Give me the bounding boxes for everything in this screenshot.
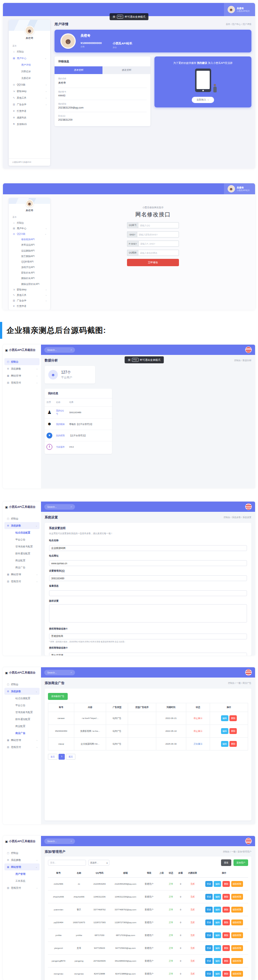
sidebar-item[interactable]: 基本	[9, 42, 50, 48]
edit-button[interactable]: 编辑	[214, 932, 221, 938]
delete-button[interactable]: 删除	[230, 728, 237, 734]
admin-menu-item[interactable]: 站点信息配置	[5, 529, 40, 536]
pager-last[interactable]: 尾页	[66, 754, 75, 760]
sidebar-item[interactable]: 消费记录	[9, 68, 50, 75]
sidebar-item[interactable]: ▥ 广告合作 ›	[9, 101, 50, 108]
sidebar-item[interactable]: ♥ 打赏作者	[9, 108, 50, 115]
login-button[interactable]: 登录	[205, 945, 213, 951]
revoke-permission-button[interactable]: 移除权限	[231, 907, 243, 913]
beian-input[interactable]	[49, 590, 247, 596]
edit-button[interactable]: 编辑	[214, 894, 221, 900]
edit-button[interactable]: 编辑	[214, 920, 221, 925]
delete-button[interactable]: 删除	[223, 971, 230, 977]
admin-logo[interactable]: ▣ 小西瓜API工具箱后台	[3, 345, 41, 356]
form-text-input[interactable]	[137, 231, 179, 237]
admin-menu-item[interactable]: 管理员账号配置	[5, 543, 40, 550]
tab-basic-info[interactable]: 基本资料	[55, 66, 103, 74]
sidebar-item[interactable]: 修改昵称API	[9, 237, 50, 242]
admin-menu-item[interactable]: ⚙ 系统参数 ⌄	[5, 688, 40, 695]
edit-button[interactable]: 编辑	[214, 945, 221, 951]
login-button[interactable]: 登录	[205, 894, 213, 900]
admin-menu-item[interactable]: ▦ 网站管理 ›	[5, 737, 40, 743]
edit-button[interactable]: 编辑	[221, 715, 228, 721]
sidebar-item[interactable]: 留言删除API	[9, 253, 50, 259]
form-text-input[interactable]	[138, 250, 179, 256]
sidebar-item[interactable]: ✲ 感谢列表	[9, 115, 50, 121]
admin-avatar[interactable]	[245, 347, 252, 353]
revoke-permission-button[interactable]: 移除权限	[231, 958, 243, 964]
admin-menu-item[interactable]: ⚙ 系统参数 ›	[5, 856, 40, 864]
sidebar-item[interactable]: 基本	[9, 215, 50, 220]
admin-menu-item[interactable]: ▦ 网站管理 ›	[5, 571, 40, 578]
edit-button[interactable]: 编辑	[214, 881, 221, 887]
edit-button[interactable]: 编辑	[214, 958, 221, 964]
pager-current[interactable]: 1	[59, 754, 65, 760]
edit-button[interactable]: 编辑	[221, 741, 228, 747]
edit-button[interactable]: 编辑	[221, 728, 228, 734]
tab-edit-info[interactable]: 修改资料	[103, 66, 150, 74]
sidebar-item[interactable]: ◎ QQ功能 ⌄	[9, 231, 50, 237]
sidebar-item[interactable]: ▤ 用户中心 ›	[9, 226, 50, 231]
login-button[interactable]: 登录	[205, 958, 213, 964]
login-button[interactable]: 登录	[205, 920, 213, 925]
revoke-permission-button[interactable]: 移除权限	[231, 945, 243, 951]
admin-menu-item[interactable]: 邮件通知配置	[5, 716, 40, 722]
admin-menu-item[interactable]: ▦ 网站管理 ›	[5, 372, 40, 379]
admin-logo[interactable]: ▣ 小西瓜API工具箱后台	[3, 836, 41, 847]
row-name-link[interactable]: 您的权限	[56, 434, 65, 437]
delete-button[interactable]: 删除	[223, 907, 230, 913]
delete-button[interactable]: 删除	[223, 920, 230, 925]
admin-menu-item[interactable]: ▧ 在线支付 ›	[5, 379, 40, 386]
admin-menu-item[interactable]: 用户管理	[5, 870, 40, 877]
admin-menu-item[interactable]: ▧ 在线支付 ›	[5, 578, 40, 585]
delete-button[interactable]: 删除	[230, 741, 237, 747]
login-button[interactable]: 登录	[205, 971, 213, 977]
sidebar-item[interactable]: ▤ 用户中心 ⌄	[9, 55, 50, 62]
delete-button[interactable]: 删除	[223, 894, 230, 900]
add-ad-button[interactable]: 添加新的广告	[48, 693, 68, 700]
admin-menu-item[interactable]: ▢ 控制台	[5, 681, 40, 688]
delete-button[interactable]: 删除	[223, 958, 230, 964]
form-text-input[interactable]	[138, 240, 179, 247]
revoke-permission-button[interactable]: 移除权限	[231, 932, 243, 938]
row-name-link[interactable]: 我的昵称	[56, 423, 65, 425]
submit-button[interactable]: 立即修改	[127, 259, 179, 266]
copyright-textarea[interactable]	[49, 604, 247, 622]
admin-menu-item[interactable]: ▢ 控制台	[5, 515, 40, 522]
user-search-input[interactable]	[48, 860, 86, 865]
admin-menu-item[interactable]: ⚙ 系统参数 ⌄	[5, 522, 40, 529]
sidebar-item[interactable]: 游戏开挂API	[9, 265, 50, 270]
admin-menu-item[interactable]: 工单系统	[5, 877, 40, 884]
breadcrumb[interactable]: 基本 / 用户中心 / 用户详情	[226, 23, 252, 26]
breadcrumb[interactable]: 控制台 / 一般 / 添加/管理用户	[223, 850, 252, 854]
revoke-permission-button[interactable]: 移除权限	[231, 881, 243, 887]
admin-menu-item[interactable]: ⚙ 系统参数 ›	[5, 365, 40, 372]
admin-menu-item[interactable]: 平台公告	[5, 536, 40, 543]
admin-menu-item[interactable]: ▧ 在线支付 ›	[5, 743, 40, 751]
row-name-link[interactable]: 我的QQ号	[56, 409, 64, 415]
breadcrumb[interactable]: 控制台 / 数据分析	[234, 359, 252, 362]
admin-avatar[interactable]	[245, 503, 252, 510]
filter-select[interactable]: 请选择... ▾	[88, 860, 109, 865]
sidebar-item[interactable]: ✎ 其他工具 ›	[9, 292, 50, 298]
add-user-button[interactable]: 添加用户	[233, 859, 248, 866]
site-url-input[interactable]	[49, 560, 247, 566]
sidebar-item[interactable]: ✎ 其他工具 ›	[9, 95, 50, 101]
row-name-link[interactable]: 当前版本	[56, 446, 65, 448]
level2-input[interactable]	[49, 652, 247, 656]
join-group-button[interactable]: 立刻加入 →	[192, 97, 214, 103]
admin-menu-item[interactable]: 商业广告	[5, 564, 40, 571]
sidebar-item[interactable]: 发布说说API	[9, 242, 50, 248]
delete-button[interactable]: 删除	[230, 715, 237, 721]
admin-qq-input[interactable]	[49, 575, 247, 581]
admin-menu-item[interactable]: 平台公告	[5, 702, 40, 709]
pager-first[interactable]: 首页	[48, 754, 57, 760]
delete-button[interactable]: 删除	[223, 932, 230, 938]
sidebar-item[interactable]: ⇲ 获取skey ›	[9, 287, 50, 292]
sidebar-item[interactable]: 用户详情	[9, 62, 50, 68]
admin-logo[interactable]: ▣ 小西瓜API工具箱后台	[3, 501, 41, 512]
sidebar-item[interactable]: QQ秒赞API	[9, 259, 50, 264]
admin-menu-item[interactable]: 商业广告	[5, 730, 40, 737]
navbar-user-menu[interactable]: ☻ 吴橙奇 小西瓜API站长	[224, 3, 255, 16]
site-name-input[interactable]	[49, 545, 247, 551]
